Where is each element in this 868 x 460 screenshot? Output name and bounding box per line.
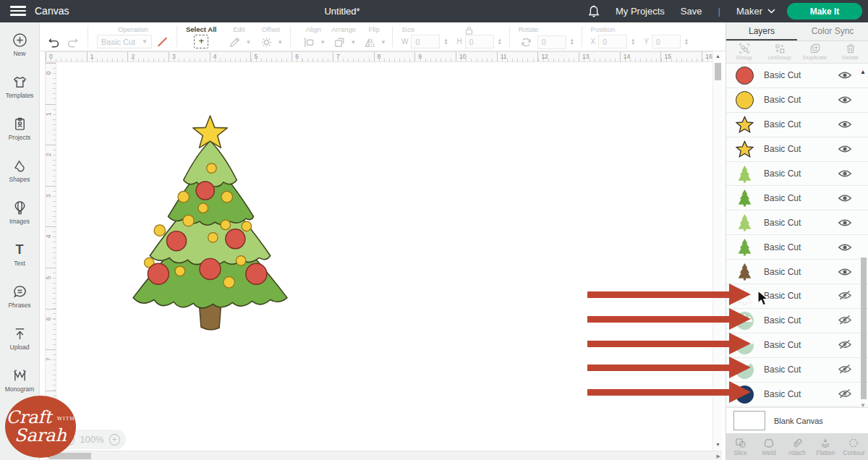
layer-row[interactable]: Basic Cut <box>726 358 868 383</box>
sidebar-item-shapes[interactable]: Shapes <box>0 156 39 197</box>
machine-selector[interactable]: Maker <box>736 6 775 17</box>
group-button[interactable]: Group <box>726 41 762 63</box>
flip-icon[interactable] <box>362 35 378 49</box>
eye-hidden-icon[interactable] <box>838 291 852 301</box>
save-link[interactable]: Save <box>681 6 702 17</box>
eye-hidden-icon[interactable] <box>838 389 852 399</box>
width-input[interactable]: 0 <box>411 35 440 48</box>
canvas-vertical-scrollbar[interactable]: ▲ ▼ <box>712 51 722 452</box>
eye-visible-icon[interactable] <box>838 267 852 277</box>
eye-visible-icon[interactable] <box>838 95 852 105</box>
layer-row[interactable]: Basic Cut <box>726 284 868 309</box>
canvas-horizontal-scrollbar[interactable]: ◀ ▶ <box>45 451 722 460</box>
list-scroll-down-icon[interactable]: ▼ <box>860 402 866 407</box>
chevron-down-icon[interactable]: ▼ <box>380 39 386 46</box>
layer-row[interactable]: Basic Cut <box>726 186 868 210</box>
weld-button[interactable]: Weld <box>754 433 783 460</box>
blank-canvas-row[interactable]: Blank Canvas <box>726 407 868 433</box>
lock-icon[interactable] <box>465 25 473 38</box>
x-input[interactable]: 0 <box>598 35 627 48</box>
tab-color-sync[interactable]: Color Sync <box>797 22 868 41</box>
slice-button[interactable]: Slice <box>726 433 754 460</box>
rotate-input[interactable]: 0 <box>537 35 566 49</box>
layer-row[interactable]: Basic Cut <box>726 113 868 137</box>
layer-row[interactable]: Basic Cut <box>726 210 868 235</box>
eye-visible-icon[interactable] <box>838 119 852 129</box>
sidebar-item-text[interactable]: T Text <box>0 239 39 281</box>
christmas-tree-graphic[interactable] <box>122 114 299 333</box>
layer-row[interactable]: Basic Cut <box>726 383 868 407</box>
layer-row[interactable]: Basic Cut <box>726 162 868 187</box>
redo-button[interactable] <box>64 35 80 49</box>
sidebar-item-projects[interactable]: Projects <box>0 114 39 156</box>
pen-color-swatch[interactable] <box>155 35 169 48</box>
vertical-scroll-thumb[interactable] <box>715 63 721 80</box>
zoom-in-button[interactable]: + <box>109 434 120 446</box>
attach-button[interactable]: Attach <box>783 433 811 460</box>
layer-row[interactable]: Basic Cut <box>726 88 868 113</box>
layer-row[interactable]: Basic Cut <box>726 260 868 284</box>
chevron-down-icon[interactable]: ▼ <box>245 39 251 46</box>
scroll-down-icon[interactable]: ▼ <box>713 442 723 447</box>
layer-row[interactable]: Basic Cut <box>726 235 868 260</box>
eye-hidden-icon[interactable] <box>838 340 852 350</box>
layer-row[interactable]: Basic Cut <box>726 137 868 162</box>
eye-visible-icon[interactable] <box>838 218 852 228</box>
rotate-icon[interactable] <box>519 35 535 49</box>
sidebar-item-new[interactable]: New <box>0 30 39 72</box>
align-icon[interactable] <box>301 35 317 49</box>
height-stepper[interactable]: ▲▼ <box>498 38 502 46</box>
sidebar-item-upload[interactable]: Upload <box>0 323 39 365</box>
list-scroll-up-icon[interactable]: ▲ <box>860 69 866 75</box>
document-title[interactable]: Untitled* <box>324 0 359 22</box>
ruler-number: 5 <box>45 276 52 280</box>
notifications-bell-icon[interactable] <box>588 5 600 18</box>
layer-row[interactable]: Basic Cut <box>726 333 868 358</box>
scroll-up-icon[interactable]: ▲ <box>713 54 723 59</box>
flatten-button[interactable]: Flatten <box>812 433 840 460</box>
ungroup-button[interactable]: UnGroup <box>762 41 797 63</box>
list-scroll-thumb[interactable] <box>861 257 867 399</box>
offset-icon[interactable] <box>258 35 274 49</box>
my-projects-link[interactable]: My Projects <box>616 6 665 17</box>
rotate-stepper[interactable]: ▲▼ <box>570 38 574 46</box>
undo-button[interactable] <box>46 35 61 49</box>
eye-visible-icon[interactable] <box>838 70 852 80</box>
eye-visible-icon[interactable] <box>838 242 852 252</box>
ruler-number: 12 <box>541 53 548 60</box>
eye-visible-icon[interactable] <box>838 169 852 179</box>
chevron-down-icon[interactable]: ▼ <box>277 39 283 46</box>
chevron-down-icon[interactable]: ▼ <box>320 39 326 46</box>
eye-visible-icon[interactable] <box>838 193 852 203</box>
y-input[interactable]: 0 <box>652 35 681 48</box>
layer-row[interactable]: Basic Cut <box>726 64 868 88</box>
select-all-label: Select All <box>186 25 216 33</box>
layer-list: Basic Cut Basic Cut Basic Cut Basic Cut <box>726 64 868 407</box>
duplicate-button[interactable]: Duplicate <box>797 41 833 63</box>
sidebar-item-phrases[interactable]: Phrases <box>0 281 39 323</box>
scroll-right-icon[interactable]: ▶ <box>717 451 720 460</box>
delete-button[interactable]: Delete <box>833 41 868 63</box>
layer-row[interactable]: Basic Cut <box>726 309 868 333</box>
contour-button[interactable]: Contour <box>840 433 868 460</box>
eye-hidden-icon[interactable] <box>838 365 852 375</box>
x-stepper[interactable]: ▲▼ <box>631 38 635 46</box>
canvas-color-swatch[interactable] <box>733 411 765 430</box>
sidebar-item-images[interactable]: Images <box>0 197 39 239</box>
tab-layers[interactable]: Layers <box>726 22 797 41</box>
edit-pencil-icon[interactable] <box>226 35 242 49</box>
arrange-icon[interactable] <box>331 35 347 49</box>
y-stepper[interactable]: ▲▼ <box>684 38 689 46</box>
chevron-down-icon[interactable]: ▼ <box>350 39 356 46</box>
make-it-button[interactable]: Make It <box>787 3 862 20</box>
operation-select[interactable]: Basic Cut ▼ <box>97 35 152 48</box>
sidebar-item-templates[interactable]: Templates <box>0 72 39 114</box>
page-title: Canvas <box>35 0 69 22</box>
width-stepper[interactable]: ▲▼ <box>443 38 448 46</box>
menu-icon[interactable] <box>10 6 26 17</box>
design-canvas[interactable]: 012345678910111213141516 012345678 <box>40 51 726 460</box>
eye-visible-icon[interactable] <box>838 144 852 154</box>
eye-hidden-icon[interactable] <box>838 315 852 325</box>
ruler-number: 4 <box>213 53 217 60</box>
select-all-button[interactable]: + <box>194 35 208 48</box>
